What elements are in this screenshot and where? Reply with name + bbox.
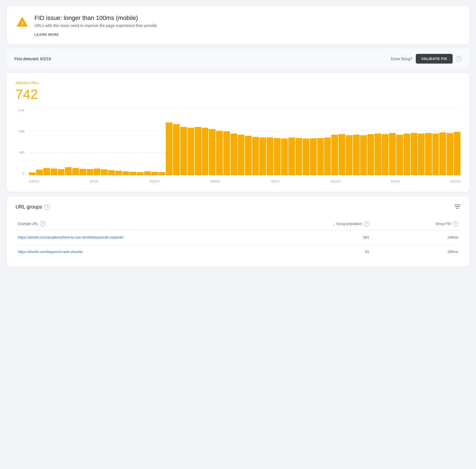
- done-fixing-label: Done fixing?: [391, 57, 412, 61]
- bar-12: [115, 171, 122, 175]
- bar-34: [274, 138, 280, 175]
- bar-48: [375, 134, 381, 175]
- bar-8: [87, 169, 93, 175]
- pop-cell-1: 61: [260, 245, 372, 259]
- y-label-800: 800: [19, 130, 24, 133]
- groups-help-icon[interactable]: ?: [44, 204, 50, 210]
- url-cell-0: https://ahrefs.com/academy/how-to-use-ah…: [16, 230, 260, 245]
- bar-44: [346, 135, 352, 175]
- url-col-help-icon[interactable]: ?: [40, 221, 46, 227]
- bar-11: [108, 170, 115, 175]
- bar-23: [195, 127, 201, 175]
- validate-fix-button[interactable]: VALIDATE FIX: [416, 54, 453, 64]
- x-label-7: 5/3/23: [391, 180, 400, 183]
- x-label-4: 3/28/23: [210, 180, 220, 183]
- fid-col-label: Group FID: [435, 222, 451, 226]
- bar-27: [223, 131, 230, 175]
- x-label-1: 2/20/23: [29, 180, 39, 183]
- pop-col-label: Group population: [337, 222, 362, 226]
- url-table-body: https://ahrefs.com/academy/how-to-use-ah…: [16, 230, 460, 259]
- url-link-0[interactable]: https://ahrefs.com/academy/how-to-use-ah…: [18, 235, 124, 239]
- groups-title: URL groups ?: [16, 204, 50, 210]
- bar-7: [79, 169, 86, 175]
- svg-text:!: !: [22, 21, 24, 27]
- bar-30: [245, 136, 252, 175]
- bar-26: [216, 131, 223, 175]
- bar-22: [187, 128, 194, 175]
- bar-0: [29, 172, 36, 175]
- bar-17: [151, 172, 158, 175]
- bar-31: [252, 137, 259, 175]
- sort-arrow: ↓: [333, 222, 335, 226]
- learn-more-button[interactable]: LEARN MORE: [34, 33, 59, 37]
- bar-10: [101, 169, 107, 175]
- bar-42: [331, 135, 338, 175]
- bar-18: [159, 172, 165, 175]
- bar-58: [447, 133, 453, 175]
- bar-14: [130, 172, 136, 175]
- bar-33: [267, 137, 273, 175]
- affected-label: Affected URLs: [16, 81, 460, 85]
- bar-32: [259, 137, 266, 175]
- validate-help-icon[interactable]: ?: [456, 56, 462, 62]
- col-fid-header: Group FID ?: [372, 218, 460, 230]
- table-row: https://ahrefs.com/academy/how-to-use-ah…: [16, 230, 460, 245]
- issue-description: URLs with this issue need to improve the…: [34, 23, 157, 28]
- bar-43: [339, 134, 345, 175]
- header-text: FID issue: longer than 100ms (mobile) UR…: [34, 14, 157, 37]
- bar-36: [288, 137, 295, 175]
- bar-47: [367, 134, 374, 175]
- url-col-label: Example URL: [18, 222, 38, 226]
- header-card: ! FID issue: longer than 100ms (mobile) …: [7, 7, 469, 44]
- bar-38: [303, 139, 309, 175]
- x-label-2: 3/4/23: [90, 180, 98, 183]
- col-url-header: Example URL ?: [16, 218, 260, 230]
- pop-cell-0: 681: [260, 230, 372, 245]
- bar-19: [166, 122, 172, 175]
- y-label-1200: 1.2K: [18, 109, 24, 112]
- bar-16: [144, 171, 151, 175]
- bar-chart: 1.2K 800 400 0 2/20/23 3/4/23 3/16/23 3/…: [16, 109, 460, 186]
- bar-49: [382, 134, 389, 175]
- bar-39: [310, 138, 317, 175]
- detection-bar: First detected: 6/2/19 Done fixing? VALI…: [7, 49, 469, 69]
- bar-59: [454, 132, 460, 175]
- x-axis: 2/20/23 3/4/23 3/16/23 3/28/23 4/9/23 4/…: [29, 176, 460, 186]
- fid-col-help-icon[interactable]: ?: [453, 221, 458, 227]
- bar-20: [173, 124, 180, 175]
- bar-46: [360, 135, 367, 175]
- url-groups-card: URL groups ? Example URL ?: [7, 196, 469, 267]
- bar-13: [122, 171, 129, 175]
- bar-56: [432, 134, 439, 175]
- bar-35: [281, 139, 288, 175]
- bar-37: [295, 138, 302, 175]
- fid-cell-1: 190ms: [372, 245, 460, 259]
- bar-9: [94, 169, 100, 175]
- x-label-5: 4/9/23: [271, 180, 279, 183]
- col-pop-header: ↓ Group population ?: [260, 218, 372, 230]
- groups-title-text: URL groups: [16, 204, 42, 210]
- y-label-400: 400: [19, 151, 24, 154]
- bar-25: [209, 129, 216, 175]
- fid-cell-0: 148ms: [372, 230, 460, 245]
- bar-28: [231, 134, 237, 175]
- filter-icon[interactable]: [454, 204, 460, 210]
- bar-24: [202, 128, 209, 175]
- first-detected-date: 6/2/19: [40, 57, 51, 61]
- bar-55: [425, 133, 432, 175]
- url-table: Example URL ? ↓ Group population ? Group…: [16, 218, 460, 259]
- url-link-1[interactable]: https://ahrefs.com/keyword-rank-checker: [18, 250, 83, 254]
- bar-6: [72, 168, 79, 175]
- affected-count: 742: [16, 87, 460, 102]
- bar-50: [389, 133, 396, 175]
- issue-title: FID issue: longer than 100ms (mobile): [34, 14, 157, 22]
- first-detected: First detected: 6/2/19: [14, 57, 51, 61]
- bar-53: [411, 133, 417, 175]
- bar-29: [238, 135, 244, 175]
- pop-col-help-icon[interactable]: ?: [364, 221, 369, 227]
- x-label-6: 4/21/23: [330, 180, 340, 183]
- bars-area: [29, 109, 460, 175]
- x-label-8: 5/15/23: [450, 180, 460, 183]
- bar-2: [43, 168, 50, 175]
- right-actions: Done fixing? VALIDATE FIX ?: [391, 54, 462, 64]
